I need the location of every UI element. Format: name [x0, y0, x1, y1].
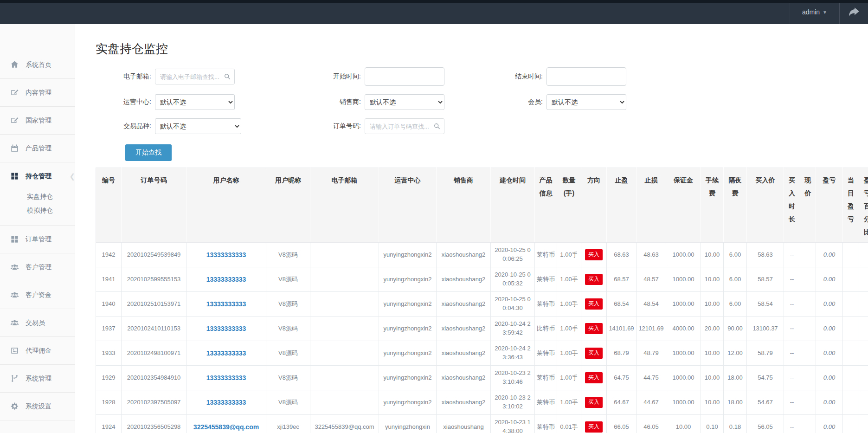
table-cell: 13333333333: [186, 390, 266, 415]
table-cell: 2020102510153971: [122, 292, 186, 317]
username-link[interactable]: 13333333333: [206, 374, 246, 381]
operation-center-select[interactable]: 默认不选: [155, 94, 235, 110]
table-row: 1940202010251015397113333333333V8源码yunyi…: [96, 292, 868, 317]
sidebar-subitem-0[interactable]: 实盘持仓: [27, 190, 75, 204]
direction-badge: 买入: [585, 249, 603, 260]
username-link[interactable]: 13333333333: [206, 325, 246, 332]
sidebar-item-label: 交易员: [26, 319, 45, 327]
table-cell: [310, 243, 379, 267]
main-content: 实盘持仓监控 电子邮箱: 开始时间: 结束时间:: [75, 24, 868, 433]
username-link[interactable]: 13333333333: [206, 349, 246, 357]
table-cell: 0.00: [816, 366, 843, 390]
sidebar-item-2[interactable]: 国家管理: [0, 107, 75, 134]
image-icon: [10, 346, 19, 355]
table-cell: --: [784, 366, 800, 390]
table-cell: V8源码: [266, 243, 310, 267]
sidebar-group: 系统管理: [0, 365, 75, 393]
users-icon: [10, 263, 19, 271]
sidebar-item-11[interactable]: 系统设置: [0, 393, 75, 420]
table-cell: xiaoshoushang2: [437, 292, 491, 317]
table-cell: 48.57: [637, 267, 666, 292]
seller-select[interactable]: 默认不选: [365, 94, 444, 110]
sidebar-item-9[interactable]: 代理佣金: [0, 337, 75, 364]
sidebar-item-label: 系统设置: [26, 402, 51, 411]
column-header-18: 现价: [800, 168, 816, 243]
sidebar-item-label: 系统管理: [26, 375, 51, 383]
table-cell: 13333333333: [186, 243, 266, 267]
sidebar-item-5[interactable]: 订单管理: [0, 226, 75, 253]
end-time-label: 结束时间:: [487, 72, 547, 81]
sidebar-item-6[interactable]: 客户管理: [0, 253, 75, 281]
calendar-icon: [10, 144, 19, 153]
table-cell: [859, 267, 868, 292]
trade-variety-select[interactable]: 默认不选: [155, 118, 241, 134]
username-link[interactable]: 13333333333: [206, 300, 246, 308]
table-cell: 买入: [581, 317, 607, 341]
username-link[interactable]: 13333333333: [206, 251, 246, 259]
table-cell: 20.00: [701, 317, 724, 341]
search-button[interactable]: 开始查找: [125, 144, 172, 161]
table-cell: 66.05: [607, 415, 637, 433]
direction-badge: 买入: [585, 274, 603, 284]
table-cell: 莱特币: [535, 243, 557, 267]
start-time-input[interactable]: [365, 67, 444, 86]
order-search-input[interactable]: [365, 118, 444, 134]
table-cell: yunyingzhongxin: [379, 415, 437, 433]
table-cell: 莱特币: [535, 390, 557, 415]
sidebar-item-8[interactable]: 交易员: [0, 309, 75, 336]
table-cell: [859, 243, 868, 267]
username-link[interactable]: 13333333333: [206, 399, 246, 406]
table-cell: yunyingzhongxin2: [379, 317, 437, 341]
user-menu[interactable]: admin ▼: [790, 0, 839, 24]
table-cell: [859, 390, 868, 415]
sidebar-item-1[interactable]: 内容管理: [0, 79, 75, 106]
sidebar-subitem-1[interactable]: 模拟持仓: [27, 204, 75, 218]
end-time-input[interactable]: [547, 67, 626, 86]
table-cell: 买入: [581, 366, 607, 390]
column-header-15: 隔夜费: [724, 168, 747, 243]
edit-icon: [10, 88, 19, 97]
table-row: 1937202010241011015313333333333V8源码yunyi…: [96, 317, 868, 341]
table-cell: 10.00: [701, 390, 724, 415]
users-icon: [10, 318, 19, 327]
sidebar-item-7[interactable]: 客户资金: [0, 281, 75, 309]
table-cell: [859, 317, 868, 341]
logout-button[interactable]: [839, 0, 868, 24]
table-row: 1933202010249810097113333333333V8源码yunyi…: [96, 341, 868, 366]
table-cell: xji139ec: [266, 415, 310, 433]
member-select[interactable]: 默认不选: [547, 94, 626, 110]
table-cell: 54.67: [747, 390, 784, 415]
sidebar-group: 持仓管理❮实盘持仓模拟持仓: [0, 162, 75, 226]
profit-loss-value: 0.00: [823, 423, 835, 430]
table-cell: 1937: [96, 317, 122, 341]
table-cell: xiaoshoushang2: [437, 341, 491, 366]
sidebar-item-0[interactable]: 系统首页: [0, 51, 75, 78]
direction-badge: 买入: [585, 421, 603, 432]
sidebar-item-3[interactable]: 产品管理: [0, 135, 75, 162]
sidebar-group: 国家管理: [0, 107, 75, 135]
table-cell: 90.00: [724, 317, 747, 341]
username-link[interactable]: 13333333333: [206, 276, 246, 283]
profit-loss-value: 0.00: [823, 374, 835, 381]
table-cell: 6.00: [724, 292, 747, 317]
sidebar: 系统首页内容管理国家管理产品管理持仓管理❮实盘持仓模拟持仓订单管理客户管理客户资…: [0, 24, 75, 433]
table-cell: 0.00: [816, 243, 843, 267]
sidebar-item-4[interactable]: 持仓管理❮: [0, 162, 75, 190]
table-cell: [800, 341, 816, 366]
seller-label: 销售商:: [305, 98, 365, 106]
table-cell: 1.00手: [557, 390, 581, 415]
column-header-1: 订单号码: [122, 168, 186, 243]
sidebar-item-label: 订单管理: [26, 235, 51, 244]
column-header-0: 编号: [96, 168, 122, 243]
table-cell: [859, 292, 868, 317]
table-row: 1928202010239750509713333333333V8源码yunyi…: [96, 390, 868, 415]
table-cell: --: [784, 317, 800, 341]
active-item-arrow-icon: ❮: [69, 172, 75, 181]
username-link[interactable]: 3225455839@qq.com: [193, 423, 259, 431]
email-search-input[interactable]: [155, 69, 235, 84]
table-cell: V8源码: [266, 390, 310, 415]
sidebar-item-10[interactable]: 系统管理: [0, 365, 75, 392]
table-cell: 64.67: [607, 390, 637, 415]
table-cell: V8源码: [266, 341, 310, 366]
table-cell: 54.75: [747, 366, 784, 390]
